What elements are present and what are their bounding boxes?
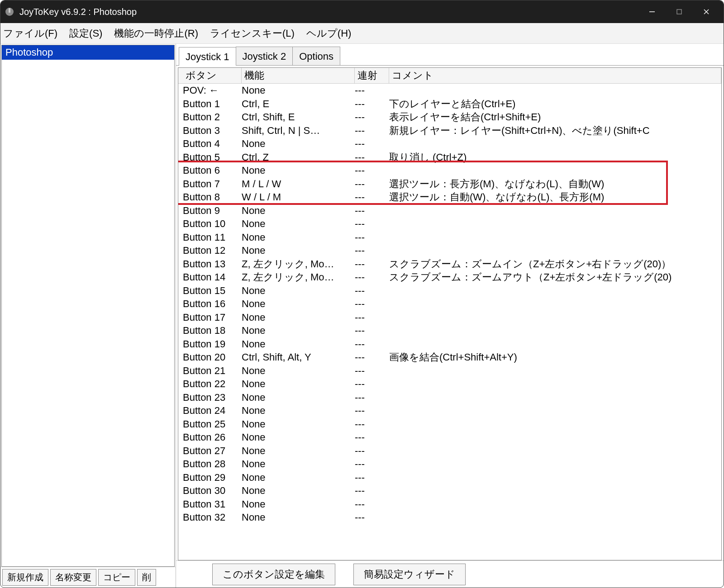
cell: --- xyxy=(355,84,389,97)
cell: --- xyxy=(355,204,389,218)
cell: --- xyxy=(355,217,389,231)
cell: None xyxy=(242,404,355,417)
app-icon xyxy=(4,6,15,17)
menu-settings[interactable]: 設定(S) xyxy=(69,27,102,40)
menu-pause[interactable]: 機能の一時停止(R) xyxy=(114,27,198,40)
table-row[interactable]: Button 16None--- xyxy=(178,297,721,311)
table-row[interactable]: Button 4None--- xyxy=(178,137,721,151)
cell: --- xyxy=(355,324,389,337)
cell: 取り消し (Ctrl+Z) xyxy=(389,151,721,164)
col-function[interactable]: 機能 xyxy=(242,68,355,83)
table-row[interactable]: Button 30None--- xyxy=(178,484,721,498)
cell: None xyxy=(242,431,355,444)
table-row[interactable]: Button 23None--- xyxy=(178,391,721,404)
table-row[interactable]: Button 11None--- xyxy=(178,231,721,244)
table-row[interactable]: Button 1Ctrl, E---下のレイヤーと結合(Ctrl+E) xyxy=(178,97,721,111)
rename-profile-button[interactable]: 名称変更 xyxy=(50,569,96,586)
table-row[interactable]: Button 5Ctrl, Z---取り消し (Ctrl+Z) xyxy=(178,151,721,164)
table-row[interactable]: Button 8W / L / M---選択ツール：自動(W)、なげなわ(L)、… xyxy=(178,190,721,204)
cell: None xyxy=(242,311,355,324)
cell xyxy=(389,231,721,244)
cell: Button 29 xyxy=(183,471,242,484)
cell: --- xyxy=(355,190,389,204)
cell: スクラブズーム：ズームイン（Z+左ボタン+右ドラッグ(20)） xyxy=(389,257,721,271)
cell xyxy=(389,471,721,484)
table-row[interactable]: Button 25None--- xyxy=(178,417,721,431)
col-rapid[interactable]: 連射 xyxy=(355,68,389,83)
table-row[interactable]: Button 2Ctrl, Shift, E---表示レイヤーを結合(Ctrl+… xyxy=(178,110,721,124)
table-row[interactable]: Button 13Z, 左クリック, Mo…---スクラブズーム：ズームイン（Z… xyxy=(178,257,721,271)
cell: Button 4 xyxy=(183,137,242,151)
table-row[interactable]: Button 28None--- xyxy=(178,457,721,471)
cell: None xyxy=(242,137,355,151)
maximize-button[interactable] xyxy=(666,3,693,21)
profile-list[interactable]: Photoshop xyxy=(1,45,175,567)
table-row[interactable]: Button 10None--- xyxy=(178,217,721,231)
cell: Button 19 xyxy=(183,337,242,351)
cell: --- xyxy=(355,97,389,111)
cell: Button 10 xyxy=(183,217,242,231)
table-row[interactable]: Button 31None--- xyxy=(178,498,721,511)
cell: --- xyxy=(355,391,389,404)
table-row[interactable]: Button 29None--- xyxy=(178,471,721,484)
cell xyxy=(389,431,721,444)
table-row[interactable]: Button 18None--- xyxy=(178,324,721,337)
table-row[interactable]: Button 32None--- xyxy=(178,511,721,524)
table-row[interactable]: Button 20Ctrl, Shift, Alt, Y---画像を結合(Ctr… xyxy=(178,351,721,364)
table-header: ボタン 機能 連射 コメント xyxy=(178,68,721,84)
table-row[interactable]: Button 7M / L / W---選択ツール：長方形(M)、なげなわ(L)… xyxy=(178,177,721,191)
mapping-table-wrap: ボタン 機能 連射 コメント POV: ←None---Button 1Ctrl… xyxy=(176,66,724,560)
table-row[interactable]: Button 27None--- xyxy=(178,444,721,458)
cell: Button 18 xyxy=(183,324,242,337)
cell: 選択ツール：自動(W)、なげなわ(L)、長方形(M) xyxy=(389,190,721,204)
cell: Button 5 xyxy=(183,151,242,164)
cell: --- xyxy=(355,444,389,458)
table-row[interactable]: Button 3Shift, Ctrl, N | S…---新規レイヤー：レイヤ… xyxy=(178,124,721,138)
close-button[interactable] xyxy=(693,3,720,21)
easy-setup-wizard[interactable]: 簡易設定ウィザード xyxy=(353,564,466,585)
tab-joystick2[interactable]: Joystick 2 xyxy=(236,47,293,65)
menu-help[interactable]: ヘルプ(H) xyxy=(306,27,352,40)
cell: None xyxy=(242,231,355,244)
edit-button-settings[interactable]: このボタン設定を編集 xyxy=(212,564,335,585)
delete-profile-button[interactable]: 削 xyxy=(137,569,156,586)
table-row[interactable]: Button 14Z, 左クリック, Mo…---スクラブズーム：ズームアウト（… xyxy=(178,270,721,284)
profile-item[interactable]: Photoshop xyxy=(2,45,174,60)
body: Photoshop 新規作成 名称変更 コピー 削 Joystick 1 Joy… xyxy=(0,44,724,588)
cell: --- xyxy=(355,431,389,444)
cell: M / L / W xyxy=(242,177,355,191)
minimize-button[interactable] xyxy=(638,3,666,21)
cell xyxy=(389,457,721,471)
new-profile-button[interactable]: 新規作成 xyxy=(2,569,48,586)
tab-joystick1[interactable]: Joystick 1 xyxy=(179,47,236,66)
col-button[interactable]: ボタン xyxy=(183,68,242,83)
cell: --- xyxy=(355,511,389,524)
col-comment[interactable]: コメント xyxy=(389,68,721,83)
table-row[interactable]: Button 26None--- xyxy=(178,431,721,444)
table-row[interactable]: Button 24None--- xyxy=(178,404,721,417)
table-row[interactable]: Button 9None--- xyxy=(178,204,721,218)
cell xyxy=(389,84,721,97)
table-row[interactable]: Button 12None--- xyxy=(178,244,721,257)
menu-file[interactable]: ファイル(F) xyxy=(3,27,57,40)
cell: Button 31 xyxy=(183,498,242,511)
cell: --- xyxy=(355,471,389,484)
table-row[interactable]: Button 19None--- xyxy=(178,337,721,351)
tab-options[interactable]: Options xyxy=(292,47,340,65)
cell xyxy=(389,484,721,498)
table-row[interactable]: Button 6None--- xyxy=(178,164,721,177)
menu-license[interactable]: ライセンスキー(L) xyxy=(210,27,295,40)
table-row[interactable]: Button 22None--- xyxy=(178,377,721,391)
table-row[interactable]: Button 17None--- xyxy=(178,311,721,324)
copy-profile-button[interactable]: コピー xyxy=(98,569,135,586)
table-row[interactable]: Button 15None--- xyxy=(178,284,721,298)
mapping-table[interactable]: ボタン 機能 連射 コメント POV: ←None---Button 1Ctrl… xyxy=(178,67,722,560)
cell: Button 11 xyxy=(183,231,242,244)
cell: Button 9 xyxy=(183,204,242,218)
cell xyxy=(389,511,721,524)
table-row[interactable]: POV: ←None--- xyxy=(178,84,721,97)
cell xyxy=(389,498,721,511)
table-row[interactable]: Button 21None--- xyxy=(178,364,721,378)
cell: 下のレイヤーと結合(Ctrl+E) xyxy=(389,97,721,111)
cell: None xyxy=(242,297,355,311)
